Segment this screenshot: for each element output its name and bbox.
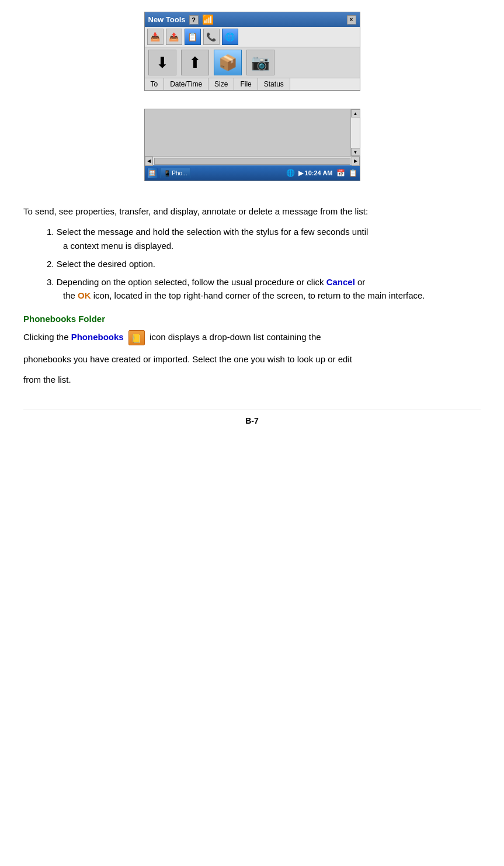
taskbar-sync-icon: 📋 (349, 169, 357, 177)
ok-link: OK (78, 290, 91, 300)
titlebar-right: × (347, 15, 356, 25)
start-button[interactable]: 🪟 (147, 168, 158, 178)
taskbar-network-icon: 🌐 (286, 169, 295, 177)
cancel-link: Cancel (326, 277, 355, 287)
horizontal-scrollbar[interactable]: ◀ ▶ (145, 156, 360, 165)
window-title: New Tools (148, 15, 186, 24)
scroll-down-button[interactable]: ▼ (351, 148, 360, 156)
toolbar-icon-3[interactable]: 📋 (185, 29, 201, 45)
step-text-3-middle: or (355, 277, 366, 287)
big-icon-camera[interactable]: 📷 (246, 50, 274, 75)
page-number: B-7 (245, 416, 259, 425)
help-button[interactable]: ? (189, 15, 199, 25)
big-toolbar: ⬇ ⬆ 📦 📷 (145, 47, 360, 78)
phonebooks-paragraph-2: phonebooks you have created or imported.… (23, 352, 481, 366)
step-text-3-before: Depending on the option selected, follow… (57, 277, 326, 287)
toolbar-icon-4[interactable]: 📞 (203, 29, 220, 45)
tabs-row: To Date/Time Size File Status (145, 78, 360, 91)
toolbar-icon-5[interactable]: 🌐 (222, 29, 238, 45)
list-item-3: 3. Depending on the option selected, fol… (47, 275, 481, 303)
taskbar-item-label: 📱 Pho... (164, 170, 187, 176)
phonebooks-icon: 📒 (128, 330, 145, 345)
tab-status[interactable]: Status (258, 78, 290, 90)
tab-size[interactable]: Size (208, 78, 234, 90)
scroll-thumb[interactable] (154, 158, 350, 165)
intro-paragraph: To send, see properties, transfer, and d… (23, 205, 481, 218)
window-titlebar: New Tools ? 📶 × (145, 12, 360, 27)
taskbar: 🪟 📱 Pho... 🌐 ▶ 10:24 AM 📅 📋 (145, 165, 360, 181)
tab-to[interactable]: To (145, 78, 165, 90)
phonebooks-para-line3: from the list. (23, 375, 71, 384)
big-icon-download[interactable]: ⬇ (148, 50, 176, 75)
phonebooks-para-after: icon displays a drop-down list containin… (150, 332, 321, 342)
main-content (145, 109, 350, 156)
taskbar-time: ▶ 10:24 AM (298, 169, 333, 177)
list-item-1: 1. Select the message and hold the selec… (47, 225, 481, 252)
steps-list: 1. Select the message and hold the selec… (47, 225, 481, 302)
content-area: ▲ ▼ (145, 109, 360, 156)
big-icon-package[interactable]: 📦 (214, 50, 242, 75)
step-number-3: 3. (47, 277, 57, 287)
document-body: To send, see properties, transfer, and d… (23, 199, 481, 386)
close-button[interactable]: × (347, 15, 356, 25)
phonebooks-para-before: Clicking the (23, 332, 71, 342)
list-item-2: 2. Select the desired option. (47, 257, 481, 271)
scroll-right-button[interactable]: ▶ (352, 157, 360, 166)
small-toolbar: 📥 📤 📋 📞 🌐 (145, 27, 360, 47)
step-text-2: Select the desired option. (57, 259, 155, 269)
scroll-up-button[interactable]: ▲ (351, 109, 360, 117)
step-number-2: 2. (47, 259, 57, 269)
step-text-1: Select the message and hold the selectio… (57, 227, 369, 237)
taskbar-phone-item[interactable]: 📱 Pho... (160, 168, 191, 178)
tab-file[interactable]: File (234, 78, 258, 90)
phonebooks-para-line2: phonebooks you have created or imported.… (23, 354, 352, 364)
taskbar-right: 🌐 ▶ 10:24 AM 📅 📋 (286, 169, 357, 177)
scroll-left-button[interactable]: ◀ (145, 157, 153, 166)
taskbar-calendar-icon: 📅 (336, 169, 345, 177)
step-text-1-cont: a context menu is displayed. (63, 239, 481, 252)
vertical-scrollbar[interactable]: ▲ ▼ (350, 109, 360, 156)
phonebooks-heading: Phonebooks Folder (23, 312, 481, 325)
big-icon-upload[interactable]: ⬆ (181, 50, 209, 75)
phonebooks-paragraph: Clicking the Phonebooks 📒 icon displays … (23, 330, 481, 345)
network-icon: 📶 (202, 14, 214, 25)
tab-datetime[interactable]: Date/Time (164, 78, 208, 90)
step-number-1: 1. (47, 227, 57, 237)
step-text-3-cont: the OK icon, located in the top right-ha… (63, 289, 481, 302)
window-screenshot-2: ▲ ▼ ◀ ▶ 🪟 📱 Pho... 🌐 ▶ 10:24 AM 📅 📋 (144, 109, 360, 181)
window-screenshot-1: New Tools ? 📶 × 📥 📤 📋 📞 🌐 ⬇ ⬆ 📦 📷 To (144, 12, 360, 91)
phonebooks-link: Phonebooks (71, 332, 124, 342)
phonebooks-paragraph-3: from the list. (23, 373, 481, 386)
page-footer: B-7 (23, 410, 481, 425)
toolbar-icon-1[interactable]: 📥 (147, 29, 164, 45)
toolbar-icon-2[interactable]: 📤 (166, 29, 182, 45)
titlebar-left: New Tools ? 📶 (148, 14, 214, 25)
